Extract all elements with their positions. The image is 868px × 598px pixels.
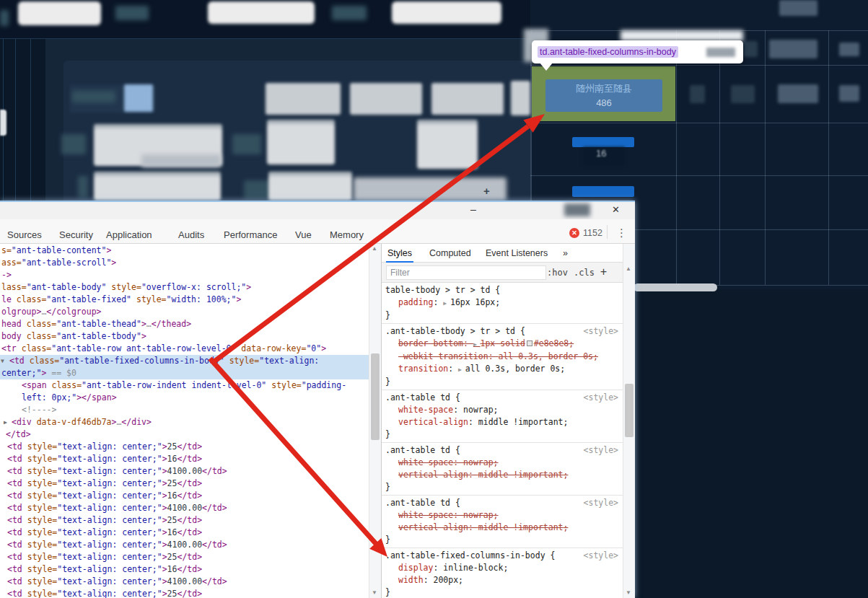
- elements-tree-node[interactable]: </td>: [0, 428, 369, 441]
- elements-tree-node[interactable]: <span class="ant-table-row-indent indent…: [0, 379, 369, 392]
- minimize-button[interactable]: –: [470, 203, 476, 215]
- elements-tree-node[interactable]: <td style="text-align: center;">4100.00<…: [0, 539, 369, 551]
- devtools-tab-vue[interactable]: Vue: [295, 229, 312, 240]
- blurred-content: [266, 83, 341, 115]
- app-hscrollbar-thumb[interactable]: [634, 283, 717, 291]
- elements-tree-node[interactable]: ass="ant-table-scroll">: [0, 257, 369, 269]
- scroll-up-icon[interactable]: ▲: [626, 265, 631, 272]
- elements-tree-node[interactable]: <td style="text-align: center;">4100.00<…: [0, 502, 369, 514]
- elements-tree-node[interactable]: body class="ant-table-tbody">: [0, 330, 369, 343]
- styles-subtab-computed[interactable]: Computed: [429, 248, 471, 258]
- expanded-arrow-icon[interactable]: ▼: [1, 355, 4, 367]
- css-property[interactable]: width: 200px;: [385, 574, 623, 586]
- css-rule[interactable]: .ant-table-tbody > tr > td {<style>borde…: [382, 324, 623, 390]
- rule-origin-link[interactable]: <style>: [584, 444, 618, 457]
- css-property[interactable]: transition: ▶ all 0.3s, border 0s;: [385, 363, 623, 376]
- elements-tree-node[interactable]: lass="ant-table-body" style="overflow-x:…: [0, 281, 369, 294]
- styles-scrollbar-thumb[interactable]: [625, 384, 634, 437]
- elements-tree-node[interactable]: <td style="text-align: center;">16</td>: [0, 490, 369, 502]
- devtools-tab-audits[interactable]: Audits: [178, 229, 204, 240]
- elements-tree-node[interactable]: <td style="text-align: center;">25</td>: [0, 478, 369, 490]
- css-rule[interactable]: .ant-table td {<style>white-space: nowra…: [382, 443, 623, 496]
- rule-origin-link[interactable]: <style>: [584, 392, 618, 404]
- blurred-table-cell: [769, 40, 817, 58]
- css-rule[interactable]: .ant-table td {<style>white-space: nowra…: [382, 496, 623, 548]
- styles-subtab-event-listeners[interactable]: Event Listeners: [486, 248, 548, 258]
- hov-toggle[interactable]: :hov: [547, 268, 568, 278]
- devtools-tab-security[interactable]: Security: [59, 229, 93, 240]
- error-badge-icon[interactable]: ✕: [569, 228, 579, 238]
- css-rule[interactable]: table-tbody > tr > td {padding: ▶ 16px 1…: [382, 283, 623, 324]
- scroll-down-icon[interactable]: ▼: [626, 589, 631, 596]
- close-button[interactable]: ✕: [612, 204, 620, 215]
- cell-value: 486: [545, 96, 662, 110]
- rule-origin-link[interactable]: <style>: [584, 325, 618, 338]
- elements-tree-node[interactable]: s="ant-table-content">: [0, 245, 369, 257]
- css-property[interactable]: white-space: nowrap;: [385, 457, 623, 469]
- styles-scrollbar[interactable]: ▲ ▼: [623, 244, 635, 598]
- css-property[interactable]: -webkit-transition: all 0.3s, border 0s;: [385, 351, 623, 363]
- table-cell-button[interactable]: 随州南至随县 486: [545, 79, 662, 112]
- collapsed-arrow-icon[interactable]: ▶: [4, 416, 7, 428]
- styles-filter-input[interactable]: [386, 265, 546, 280]
- elements-tree-node[interactable]: left: 0px;"></span>: [0, 392, 369, 404]
- table-cell-bar[interactable]: [572, 186, 634, 197]
- more-subtabs-icon[interactable]: »: [563, 248, 568, 258]
- devtools-tab-application[interactable]: Application: [106, 229, 152, 240]
- elements-tree-node[interactable]: <td style="text-align: center;">25</td>: [0, 441, 369, 453]
- elements-tree-node[interactable]: <td style="text-align: center;">25</td>: [0, 588, 369, 598]
- elements-tree-node[interactable]: center;"> == $0: [0, 367, 369, 379]
- elements-tree-node[interactable]: <tr class="ant-table-row ant-table-row-l…: [0, 343, 369, 355]
- elements-tree-node[interactable]: <td style="text-align: center;">25</td>: [0, 551, 369, 563]
- rule-origin-link[interactable]: <style>: [584, 550, 618, 562]
- elements-tree-node[interactable]: <td style="text-align: center;">16</td>: [0, 563, 369, 576]
- kebab-menu-icon[interactable]: ⋮: [616, 227, 627, 239]
- elements-tree-node[interactable]: <!---->: [0, 404, 369, 416]
- devtools-tabbar: SourcesSecurityApplicationAuditsPerforma…: [0, 219, 635, 244]
- elements-tree-node[interactable]: <td style="text-align: center;">4100.00<…: [0, 465, 369, 478]
- scroll-down-icon[interactable]: ▼: [372, 589, 377, 596]
- elements-tree-node[interactable]: ▼<td class="ant-table-fixed-columns-in-b…: [0, 355, 369, 367]
- devtools-tab-memory[interactable]: Memory: [330, 229, 364, 240]
- cls-toggle[interactable]: .cls: [574, 268, 595, 278]
- elements-scrollbar[interactable]: ▲ ▼: [369, 244, 381, 598]
- blurred-content: [78, 176, 88, 198]
- devtools-titlebar: – ✕: [0, 202, 635, 219]
- plus-icon[interactable]: +: [483, 185, 490, 197]
- elements-tree-node[interactable]: ->: [0, 269, 369, 281]
- css-property[interactable]: white-space: nowrap;: [385, 404, 623, 416]
- css-property[interactable]: white-space: nowrap;: [385, 509, 623, 522]
- css-rule[interactable]: .ant-table-fixed-columns-in-body {<style…: [382, 548, 623, 598]
- blurred-table-cell: [839, 85, 859, 102]
- css-property[interactable]: vertical-align: middle !important;: [385, 469, 623, 481]
- table-grid-line: [828, 201, 829, 285]
- styles-subtab-styles[interactable]: Styles: [387, 248, 412, 258]
- elements-tree-node[interactable]: <td style="text-align: center;">16</td>: [0, 527, 369, 539]
- elements-tree-node[interactable]: <td style="text-align: center;">25</td>: [0, 514, 369, 527]
- devtools-tab-sources[interactable]: Sources: [7, 229, 42, 240]
- elements-tree-node[interactable]: le class="ant-table-fixed" style="width:…: [0, 294, 369, 306]
- elements-scrollbar-thumb[interactable]: [371, 353, 380, 440]
- new-rule-button[interactable]: +: [600, 265, 607, 278]
- elements-tree-node[interactable]: olgroup>…</colgroup>: [0, 306, 369, 318]
- elements-tree-node[interactable]: <td style="text-align: center;">16</td>: [0, 453, 369, 465]
- css-property[interactable]: vertical-align: middle !important;: [385, 522, 623, 534]
- color-swatch[interactable]: [527, 340, 532, 346]
- blurred-content: [267, 120, 335, 164]
- elements-panel: s="ant-table-content">ass="ant-table-scr…: [0, 244, 369, 598]
- rule-origin-link[interactable]: <style>: [584, 497, 618, 509]
- elements-tree-node[interactable]: ▶<div data-v-df46db7a>…</div>: [0, 416, 369, 428]
- css-selector[interactable]: table-tbody > tr > td {: [385, 284, 623, 296]
- elements-tree-node[interactable]: head class="ant-table-thead">…</thead>: [0, 318, 369, 330]
- css-property[interactable]: display: inline-block;: [385, 562, 623, 574]
- css-property[interactable]: vertical-align: middle !important;: [385, 416, 623, 428]
- devtools-tab-performance[interactable]: Performance: [224, 229, 277, 240]
- elements-tree-node[interactable]: <td style="text-align: center;">4100.00<…: [0, 576, 369, 588]
- css-property[interactable]: border-bottom: ▶ 1px solid#e8e8e8;: [385, 338, 623, 351]
- css-rule[interactable]: .ant-table td {<style>white-space: nowra…: [382, 390, 623, 443]
- table-cell-bar[interactable]: [572, 137, 634, 147]
- rule-close-brace: }: [385, 534, 623, 546]
- css-property[interactable]: padding: ▶ 16px 16px;: [385, 296, 623, 309]
- error-count[interactable]: 1152: [583, 228, 602, 238]
- scroll-up-icon[interactable]: ▲: [372, 245, 377, 252]
